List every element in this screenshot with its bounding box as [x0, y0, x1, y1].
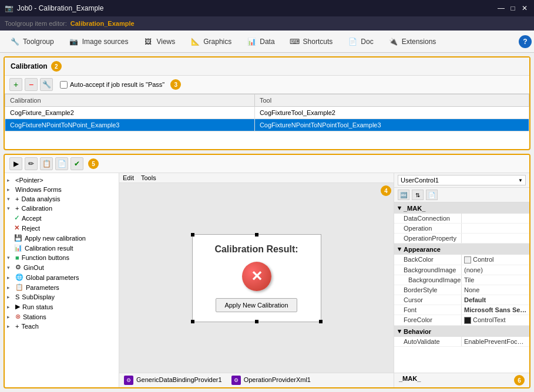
provider-2-label: OperationProviderXml1 [244, 376, 311, 383]
run-button[interactable]: ▶ [9, 157, 22, 170]
tab-data[interactable]: 📊 Data [239, 33, 281, 50]
prop-value[interactable]: EnablePreventFoc… [462, 337, 529, 346]
design-footer: ⚙ GenericDataBindingProvider1 ⚙ Operatio… [119, 373, 394, 387]
table-row[interactable]: CogFixtureNPointToNPoint_Example3 CogFix… [5, 119, 529, 131]
tree-icon-function: ■ [15, 254, 19, 261]
tab-image-sources[interactable]: 📷 Image sources [62, 33, 135, 50]
data-icon: 📊 [246, 36, 257, 48]
main-content: Calibration 2 + − 🔧 Auto-accept if job r… [0, 53, 534, 392]
prop-value[interactable]: Tile [462, 275, 529, 285]
tree-item-pointer[interactable]: ▸ <Pointer> [5, 175, 119, 185]
prop-value[interactable] [462, 224, 529, 233]
tree-item-parameters[interactable]: ▸ 📋 Parameters [5, 282, 119, 292]
tree-item-calibration[interactable]: ▾ + Calibration [5, 204, 119, 213]
handle-bc [255, 320, 258, 323]
props-sort-alpha-button[interactable]: 🔤 [398, 190, 409, 200]
prop-value[interactable] [462, 214, 529, 223]
tab-shortcuts[interactable]: ⌨ Shortcuts [283, 33, 340, 50]
add-calibration-button[interactable]: + [9, 78, 22, 91]
props-sort-cat-button[interactable]: ⇅ [412, 190, 424, 200]
tree-item-teach[interactable]: ▸ + Teach [5, 322, 119, 331]
prop-value[interactable]: None [462, 285, 529, 295]
prop-value[interactable]: Microsoft Sans Se… [462, 305, 529, 315]
handle-tc [255, 233, 258, 236]
tree-expand-icon: ▸ [7, 177, 13, 183]
tree-item-windows-forms[interactable]: ▸ Windows Forms [5, 185, 119, 194]
title-bar: 📷 Job0 - Calibration_Example — □ ✕ [0, 0, 534, 16]
edit-button[interactable]: ✏ [25, 157, 38, 170]
badge-5: 5 [88, 158, 99, 169]
maximize-button[interactable]: □ [508, 4, 518, 13]
cal-name-cell: CogFixtureNPointToNPoint_Example3 [5, 119, 255, 131]
auto-accept-label: Auto-accept if job result is "Pass" [70, 81, 164, 88]
tree-expand-icon: ▸ [7, 275, 13, 281]
tree-item-accept[interactable]: ✓ Accept [5, 213, 119, 223]
tree-label: Calibration result [25, 245, 73, 252]
copy-button[interactable]: 📋 [40, 157, 53, 170]
props-page-button[interactable]: 📄 [426, 190, 438, 200]
tab-views[interactable]: 🖼 Views [136, 33, 182, 50]
prop-value[interactable]: ControlText [462, 315, 529, 325]
apply-new-calibration-button[interactable]: Apply New Calibration [216, 298, 297, 312]
tree-item-calibration-result[interactable]: 📊 Calibration result [5, 243, 119, 253]
dropdown-arrow-icon: ▼ [518, 178, 523, 183]
provider-1-icon: ⚙ [124, 376, 133, 385]
prop-value[interactable]: Default [462, 295, 529, 305]
table-row[interactable]: CogFixture_Example2 CogFixtureTool_Examp… [5, 107, 529, 119]
remove-calibration-button[interactable]: − [25, 78, 38, 91]
design-widget: Calibration Result: ✕ Apply New Calibrat… [192, 234, 321, 322]
table-padding [5, 131, 529, 149]
tree-item-function-buttons[interactable]: ▾ ■ Function buttons [5, 253, 119, 262]
calibration-toolbar: + − 🔧 Auto-accept if job result is "Pass… [5, 76, 529, 94]
badge-3: 3 [170, 79, 181, 90]
tree-label: Reject [22, 225, 40, 232]
tree-item-ginout[interactable]: ▾ ⚙ GinOut [5, 262, 119, 272]
minimize-button[interactable]: — [496, 4, 506, 13]
design-edit-menu[interactable]: Edit [123, 174, 134, 181]
confirm-button[interactable]: ✔ [70, 157, 83, 170]
tree-item-run-status[interactable]: ▸ ▶ Run status [5, 302, 119, 312]
tree-item-apply-new-calibration[interactable]: 💾 Apply new calibration [5, 233, 119, 243]
edit-calibration-button[interactable]: 🔧 [40, 78, 53, 91]
tree-icon-calibration: + [15, 205, 19, 212]
tree-icon-global: 🌐 [15, 273, 23, 281]
section-appearance: ▾ Appearance [394, 244, 529, 255]
app-toolbar: Toolgroup item editor: Calibration_Examp… [0, 16, 534, 31]
tree-item-reject[interactable]: ✕ Reject [5, 223, 119, 233]
provider-2-icon: ⚙ [231, 376, 241, 385]
tab-extensions[interactable]: 🔌 Extensions [381, 33, 443, 50]
prop-value[interactable] [462, 234, 529, 243]
section-label: _MAK_ [404, 205, 425, 212]
tree-item-global-parameters[interactable]: ▸ 🌐 Global parameters [5, 272, 119, 282]
prop-value[interactable]: Control [462, 255, 529, 265]
props-dropdown[interactable]: UserControl1 ▼ [398, 175, 526, 185]
props-content: ▾ _MAK_ DataConnection Operation Operati… [394, 202, 529, 373]
tab-graphics[interactable]: 📐 Graphics [183, 33, 238, 50]
tree-label: Data analysis [21, 195, 60, 202]
prop-value[interactable]: (none) [462, 265, 529, 275]
prop-name: DataConnection [394, 214, 462, 223]
bottom-panel: ▶ ✏ 📋 📄 ✔ 5 ▸ <Pointer> ▸ Windows Forms … [4, 154, 530, 388]
props-row: OperationProperty [394, 234, 529, 244]
section-collapse-icon: ▾ [398, 204, 401, 212]
props-row: Font Microsoft Sans Se… [394, 305, 529, 315]
views-icon: 🖼 [142, 36, 154, 48]
prop-name: BackgroundImage [394, 265, 462, 275]
help-button[interactable]: ? [519, 35, 532, 48]
design-panel: Edit Tools 4 Calibration Result: ✕ Apply… [119, 173, 394, 387]
auto-accept-input[interactable] [60, 81, 68, 89]
auto-accept-checkbox[interactable]: Auto-accept if job result is "Pass" [60, 81, 164, 89]
app-icon: 📷 [5, 4, 14, 12]
props-footer: _MAK_ 6 [394, 373, 529, 387]
close-button[interactable]: ✕ [520, 4, 529, 13]
tab-toolgroup[interactable]: 🔧 Toolgroup [2, 33, 61, 50]
tab-doc[interactable]: 📄 Doc [340, 33, 379, 50]
calibration-panel: Calibration 2 + − 🔧 Auto-accept if job r… [4, 56, 530, 150]
tree-item-stations[interactable]: ▸ ⊗ Stations [5, 312, 119, 322]
tree-label: SubDisplay [22, 293, 55, 300]
design-tools-menu[interactable]: Tools [141, 174, 156, 181]
paste-button[interactable]: 📄 [55, 157, 68, 170]
tree-item-subdisplay[interactable]: ▸ S SubDisplay [5, 292, 119, 302]
prop-name: OperationProperty [394, 234, 462, 243]
tree-item-data-analysis[interactable]: ▾ + Data analysis [5, 194, 119, 204]
